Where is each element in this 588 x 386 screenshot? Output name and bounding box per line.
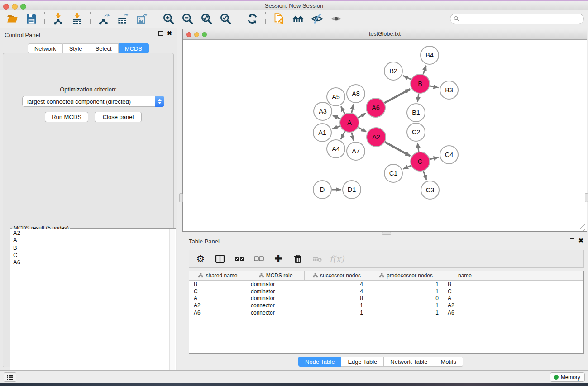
graph-node-B1[interactable]: B1 [407, 104, 425, 122]
create-column-icon[interactable]: ✚ [272, 253, 284, 265]
close-panel-icon[interactable]: ✖ [167, 31, 172, 36]
export-network-icon[interactable] [94, 11, 113, 27]
graph-node-A1[interactable]: A1 [313, 124, 331, 142]
table-row[interactable]: Bdominator41B [189, 281, 583, 288]
mcds-result-item[interactable]: A [11, 237, 169, 244]
graph-edge-B-B4[interactable] [423, 66, 426, 74]
delete-column-trash-icon[interactable] [292, 253, 304, 265]
graph-edge-B-B3[interactable] [430, 86, 438, 88]
close-panel-button[interactable]: Close panel [95, 112, 142, 122]
search-input[interactable] [459, 15, 583, 23]
graph-node-B2[interactable]: B2 [384, 62, 402, 80]
graph-edge-C-C1[interactable] [403, 166, 411, 169]
show-graphics-details-icon[interactable] [326, 11, 345, 27]
tab-network-table[interactable]: Network Table [384, 357, 434, 367]
graph-node-B[interactable]: B [411, 74, 430, 93]
graph-edge-C-C4[interactable] [430, 157, 438, 159]
tab-network[interactable]: Network [28, 43, 63, 53]
mcds-result-scrollbar[interactable] [169, 229, 175, 386]
graph-edge-A-A5[interactable] [341, 106, 345, 114]
open-file-icon[interactable] [3, 11, 22, 27]
splitter-handle-left[interactable] [179, 193, 183, 202]
graph-edge-B-B2[interactable] [403, 76, 411, 79]
clone-network-icon[interactable] [269, 11, 288, 27]
tab-motifs[interactable]: Motifs [434, 357, 463, 367]
window-resize-grip[interactable] [580, 224, 586, 231]
tab-edge-table[interactable]: Edge Table [341, 357, 384, 367]
export-table-icon[interactable] [113, 11, 132, 27]
graph-node-C[interactable]: C [411, 152, 430, 171]
column-header-successor-nodes[interactable]: successor nodes [305, 271, 369, 280]
graph-edge-C-C3[interactable] [423, 171, 426, 180]
graph-edge-A-A2[interactable] [358, 127, 366, 132]
close-table-panel-icon[interactable]: ✖ [578, 238, 583, 243]
mcds-result-item[interactable]: A2 [11, 229, 169, 237]
mcds-result-item[interactable]: B [11, 244, 169, 252]
tab-style[interactable]: Style [63, 43, 89, 53]
float-table-panel-icon[interactable] [570, 238, 574, 243]
graph-node-C4[interactable]: C4 [440, 146, 458, 164]
float-panel-icon[interactable] [158, 31, 163, 36]
mcds-result-item[interactable]: A6 [11, 259, 169, 266]
zoom-selected-icon[interactable] [216, 11, 235, 27]
task-history-button[interactable] [4, 372, 16, 382]
graph-node-A8[interactable]: A8 [347, 85, 365, 103]
graph-node-A4[interactable]: A4 [327, 140, 345, 158]
deselect-all-columns-icon[interactable] [253, 253, 265, 265]
save-session-icon[interactable] [22, 11, 41, 27]
graph-node-A3[interactable]: A3 [314, 102, 332, 120]
mcds-result-item[interactable]: C [11, 252, 169, 259]
run-mcds-button[interactable]: Run MCDS [45, 112, 88, 122]
graph-node-D1[interactable]: D1 [343, 181, 361, 199]
zoom-fit-icon[interactable] [197, 11, 216, 27]
graph-node-A7[interactable]: A7 [347, 142, 365, 160]
column-header-name[interactable]: name [443, 271, 487, 280]
graph-node-A5[interactable]: A5 [327, 88, 345, 106]
memory-button[interactable]: Memory [550, 372, 585, 382]
graph-edge-A2-C[interactable] [385, 142, 410, 156]
zoom-out-icon[interactable] [178, 11, 197, 27]
graph-nodes[interactable]: AA1A2A3A4A5A6A7A8BB1B2B3B4CC1C2C3C4DD1 [313, 46, 458, 199]
table-row[interactable]: Cdominator41C [189, 288, 583, 295]
graph-edge-A-A8[interactable] [352, 104, 354, 113]
criterion-dropdown[interactable]: largest connected component (directed) [22, 96, 164, 107]
graph-edge-A-A1[interactable] [333, 126, 340, 129]
network-canvas[interactable]: AA1A2A3A4A5A6A7A8BB1B2B3B4CC1C2C3C4DD1 [183, 40, 587, 231]
home-networks-icon[interactable] [288, 11, 307, 27]
graph-node-B4[interactable]: B4 [421, 46, 439, 64]
graph-node-C2[interactable]: C2 [407, 123, 425, 141]
refresh-icon[interactable] [243, 11, 262, 27]
export-image-icon[interactable] [132, 11, 151, 27]
graph-node-D[interactable]: D [313, 181, 331, 199]
import-network-icon[interactable] [48, 11, 67, 27]
column-header-MCDS-role[interactable]: MCDS role [247, 271, 305, 280]
graph-edge-A-A6[interactable] [358, 113, 366, 118]
graph-node-A2[interactable]: A2 [367, 128, 386, 147]
splitter-handle-right[interactable] [585, 193, 588, 202]
splitter-handle-bottom[interactable] [382, 232, 391, 235]
zoom-in-icon[interactable] [159, 11, 178, 27]
table-row[interactable]: A2connector11A2 [189, 302, 583, 309]
select-all-columns-icon[interactable] [234, 253, 245, 265]
graph-node-A[interactable]: A [340, 113, 359, 132]
column-header-predecessor-nodes[interactable]: predecessor nodes [369, 271, 443, 280]
graph-edge-C-C2[interactable] [417, 143, 419, 152]
table-options-gear-icon[interactable]: ⚙ [195, 253, 206, 265]
table-row[interactable]: A6connector11A6 [189, 309, 583, 316]
import-table-icon[interactable] [67, 11, 86, 27]
graph-edge-B-B1[interactable] [417, 94, 419, 102]
graph-edge-A-A4[interactable] [341, 132, 345, 139]
hide-graphics-details-icon[interactable] [307, 11, 326, 27]
tab-node-table[interactable]: Node Table [298, 357, 342, 367]
tab-select[interactable]: Select [89, 43, 119, 53]
tab-mcds[interactable]: MCDS [119, 43, 149, 53]
graph-edge-A-A3[interactable] [333, 115, 340, 119]
graph-edge-A-A7[interactable] [352, 132, 354, 140]
column-header-shared-name[interactable]: shared name [189, 271, 247, 280]
graph-node-C3[interactable]: C3 [421, 181, 439, 199]
graph-edge-A6-B[interactable] [384, 89, 410, 103]
graph-node-B3[interactable]: B3 [440, 81, 458, 99]
graph-node-C1[interactable]: C1 [384, 164, 402, 182]
table-row[interactable]: Adominator80A [189, 295, 583, 302]
show-column-icon[interactable] [214, 253, 226, 265]
